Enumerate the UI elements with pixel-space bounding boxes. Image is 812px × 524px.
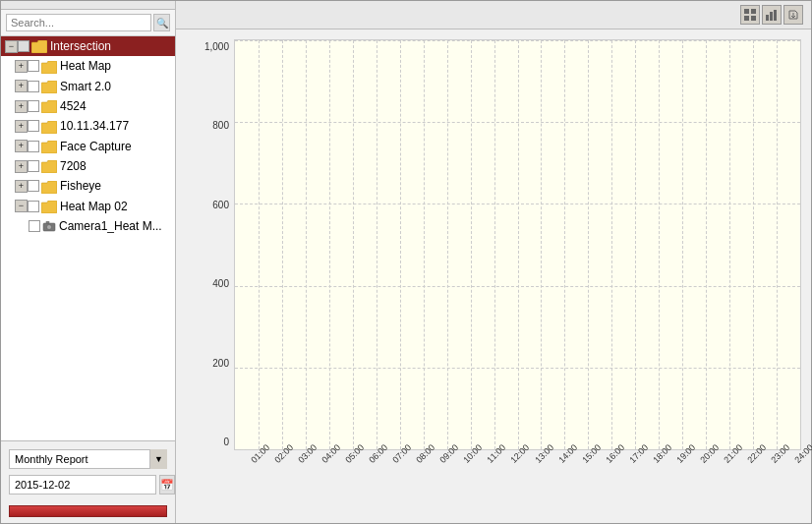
folder-icon xyxy=(41,140,60,153)
expander-7208[interactable]: + xyxy=(15,160,28,173)
tree-item-10-11-34-177[interactable]: + 10.11.34.177 xyxy=(1,116,175,136)
v-grid-line xyxy=(282,40,283,449)
tree-item-intersection[interactable]: − Intersection xyxy=(1,36,175,56)
y-tick: 1,000 xyxy=(198,42,233,52)
v-grid-line xyxy=(729,40,730,449)
svg-rect-7 xyxy=(766,15,769,21)
checkbox-fisheye[interactable] xyxy=(28,180,39,192)
expander-heat-map-02[interactable]: − xyxy=(15,200,28,212)
checkbox-4524[interactable] xyxy=(28,100,39,112)
export-button[interactable] xyxy=(783,5,803,25)
y-tick: 400 xyxy=(198,279,233,289)
item-label-7208: 7208 xyxy=(60,159,87,173)
item-label-heat-map: Heat Map xyxy=(60,59,111,73)
v-grid-line xyxy=(706,40,707,449)
expander-face-capture[interactable]: + xyxy=(15,140,28,152)
v-grid-line xyxy=(306,40,307,449)
folder-icon xyxy=(41,159,60,173)
checkbox-camera1-heatm[interactable] xyxy=(29,220,40,232)
calendar-icon[interactable]: 📅 xyxy=(159,475,175,495)
v-grid-line xyxy=(494,40,495,449)
v-grid-line xyxy=(753,40,754,449)
checkbox-10-11-34-177[interactable] xyxy=(28,120,39,132)
folder-icon xyxy=(41,99,60,113)
v-grid-line xyxy=(682,40,683,449)
tree-item-face-capture[interactable]: + Face Capture xyxy=(1,137,175,156)
v-grid-line xyxy=(329,40,330,449)
v-grid-line xyxy=(541,40,542,449)
expander-heat-map[interactable]: + xyxy=(15,60,28,73)
v-grid-line xyxy=(259,40,260,449)
v-grid-line xyxy=(471,40,472,449)
expander-intersection[interactable]: − xyxy=(5,40,18,53)
y-tick: 600 xyxy=(198,201,233,210)
chart-container: 02004006008001,000 01:0002:0003:0004:000… xyxy=(176,29,811,523)
item-label-smart-20: Smart 2.0 xyxy=(60,80,111,93)
search-button[interactable]: 🔍 xyxy=(153,14,170,31)
item-label-fisheye: Fisheye xyxy=(60,179,101,193)
item-label-heat-map-02: Heat Map 02 xyxy=(60,200,128,213)
v-grid-line xyxy=(564,40,565,449)
item-label-4524: 4524 xyxy=(60,99,87,113)
folder-icon xyxy=(31,39,50,53)
tree-item-camera1-heatm[interactable]: Camera1_Heat M... xyxy=(1,216,175,236)
folder-icon xyxy=(41,200,60,213)
tree-item-heat-map-02[interactable]: − Heat Map 02 xyxy=(1,197,175,216)
camera-icon xyxy=(42,219,59,233)
v-grid-line xyxy=(447,40,448,449)
checkbox-smart-20[interactable] xyxy=(28,81,39,92)
y-tick: 0 xyxy=(198,437,233,447)
item-label-camera1-heatm: Camera1_Heat M... xyxy=(59,219,162,233)
y-tick: 800 xyxy=(198,121,233,131)
chart-toolbar xyxy=(740,5,803,25)
generate-heatmap-button[interactable] xyxy=(9,505,167,517)
report-type-select-wrap: Monthly ReportWeekly ReportDaily Report … xyxy=(9,449,167,469)
item-label-10-11-34-177: 10.11.34.177 xyxy=(60,119,129,133)
v-grid-line xyxy=(518,40,519,449)
start-time-input[interactable] xyxy=(9,475,156,495)
v-grid-line xyxy=(611,40,612,449)
settings-panel: Monthly ReportWeekly ReportDaily Report … xyxy=(1,440,175,523)
expander-10-11-34-177[interactable]: + xyxy=(15,120,28,133)
y-tick: 200 xyxy=(198,359,233,369)
svg-point-1 xyxy=(47,225,52,230)
v-grid-line xyxy=(635,40,636,449)
v-grid-line xyxy=(800,40,801,449)
tree-item-4524[interactable]: + 4524 xyxy=(1,96,175,116)
chart-view-button[interactable] xyxy=(762,5,782,25)
tree-item-heat-map[interactable]: + Heat Map xyxy=(1,56,175,76)
tree-item-7208[interactable]: + 7208 xyxy=(1,156,175,176)
expander-smart-20[interactable]: + xyxy=(15,80,28,92)
chart-inner: 02004006008001,000 01:0002:0003:0004:000… xyxy=(199,39,801,513)
camera-panel-header xyxy=(1,1,175,10)
expander-4524[interactable]: + xyxy=(15,100,28,113)
v-grid-line xyxy=(659,40,660,449)
search-input[interactable] xyxy=(6,14,151,31)
checkbox-intersection[interactable] xyxy=(18,40,29,52)
expander-fisheye[interactable]: + xyxy=(15,180,28,193)
v-grid-line xyxy=(400,40,401,449)
v-grid-line xyxy=(424,40,425,449)
left-panel: 🔍 − Intersection+ Heat Map+ Smart 2.0+ 4… xyxy=(1,1,176,523)
tree-item-fisheye[interactable]: + Fisheye xyxy=(1,176,175,196)
svg-rect-8 xyxy=(770,12,773,21)
checkbox-heat-map-02[interactable] xyxy=(28,201,39,212)
chart-header xyxy=(176,1,811,29)
folder-icon xyxy=(41,59,60,73)
svg-rect-4 xyxy=(751,9,756,14)
svg-rect-5 xyxy=(744,16,749,21)
checkbox-heat-map[interactable] xyxy=(28,60,39,72)
item-label-face-capture: Face Capture xyxy=(60,140,132,153)
svg-rect-2 xyxy=(46,221,49,223)
start-time-wrap: 📅 xyxy=(9,475,167,495)
report-type-select[interactable]: Monthly ReportWeekly ReportDaily Report xyxy=(9,449,167,469)
tree-item-smart-20[interactable]: + Smart 2.0 xyxy=(1,77,175,96)
checkbox-face-capture[interactable] xyxy=(28,141,39,152)
svg-rect-3 xyxy=(744,9,749,14)
grid-view-button[interactable] xyxy=(740,5,760,25)
checkbox-7208[interactable] xyxy=(28,160,39,172)
camera-tree: − Intersection+ Heat Map+ Smart 2.0+ 452… xyxy=(1,36,175,440)
chart-plot: 02004006008001,000 xyxy=(234,39,801,450)
svg-rect-9 xyxy=(774,10,777,21)
folder-icon xyxy=(41,80,60,93)
